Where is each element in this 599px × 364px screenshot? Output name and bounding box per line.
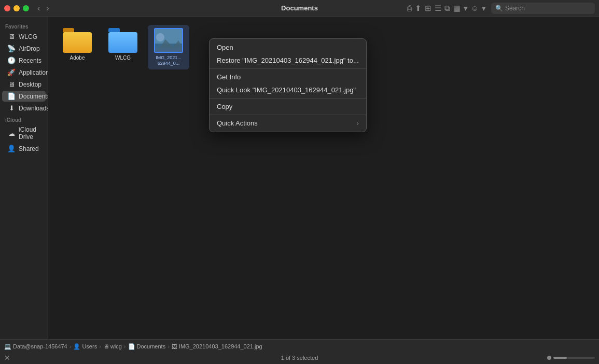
sidebar: Favorites 🖥 WLCG 📡 AirDrop 🕐 Recents 🚀 A…	[0, 17, 48, 339]
sidebar-item-desktop[interactable]: 🖥 Desktop	[2, 79, 46, 90]
sidebar-item-shared[interactable]: 👤 Shared	[2, 143, 46, 154]
status-text: 1 of 3 selected	[281, 355, 318, 361]
grid-view-icon[interactable]: ⊞	[425, 4, 431, 13]
wlcg-folder-icon	[108, 28, 137, 53]
breadcrumb-computer-label: Data@snap-1456474	[13, 343, 67, 349]
breadcrumb-computer[interactable]: 💻 Data@snap-1456474	[4, 343, 67, 350]
upload-icon[interactable]: ⬆	[415, 4, 422, 13]
search-input[interactable]	[505, 5, 588, 12]
main-container: Favorites 🖥 WLCG 📡 AirDrop 🕐 Recents 🚀 A…	[0, 17, 599, 339]
sidebar-item-downloads[interactable]: ⬇ Downloads	[2, 103, 46, 114]
sidebar-documents-label: Documents	[19, 93, 48, 100]
gallery-view-icon[interactable]: ▦	[453, 4, 461, 13]
breadcrumb-img[interactable]: 🖼 IMG_20210403_162944_021.jpg	[172, 343, 262, 349]
applications-icon: 🚀	[7, 68, 16, 76]
sidebar-applications-label: Applications	[19, 69, 48, 76]
airdrop-icon: 📡	[7, 45, 16, 52]
img-label: IMG_2021...62944_0...	[156, 55, 182, 66]
computer-icon: 💻	[4, 343, 11, 350]
separator-3	[210, 115, 366, 115]
menu-item-open[interactable]: Open	[210, 41, 366, 54]
breadcrumb-documents-label: Documents	[137, 343, 166, 349]
quick-actions-label: Quick Actions	[217, 119, 258, 127]
view-options-icon[interactable]: ▾	[464, 4, 468, 13]
docs-bc-icon: 📄	[128, 343, 135, 350]
separator-1	[210, 68, 366, 69]
menu-item-restore[interactable]: Restore "IMG_20210403_162944_021.jpg" to…	[210, 54, 366, 67]
sep-4: ›	[168, 343, 170, 349]
column-view-icon[interactable]: ⧉	[444, 4, 450, 13]
close-status-button[interactable]: ✕	[4, 354, 10, 362]
wlcg-icon: 🖥	[7, 33, 16, 40]
progress-fill	[553, 357, 567, 359]
shared-icon: 👤	[7, 145, 16, 152]
window-title: Documents	[281, 4, 318, 12]
breadcrumb-img-label: IMG_20210403_162944_021.jpg	[179, 343, 262, 349]
sep-2: ›	[99, 343, 101, 349]
svg-point-2	[156, 33, 164, 41]
menu-item-quick-look[interactable]: Quick Look "IMG_20210403_162944_021.jpg"	[210, 83, 366, 96]
back-button[interactable]: ‹	[35, 4, 42, 13]
sidebar-desktop-label: Desktop	[19, 81, 41, 88]
menu-item-get-info[interactable]: Get Info	[210, 71, 366, 83]
img-thumbnail	[154, 28, 183, 53]
titlebar: ‹ › Documents ⎙ ⬆ ⊞ ☰ ⧉ ▦ ▾ ☺ ▾ 🔍	[0, 0, 599, 17]
file-adobe[interactable]: Adobe	[57, 25, 98, 64]
search-icon: 🔍	[495, 5, 503, 12]
sep-3: ›	[124, 343, 126, 349]
sidebar-item-documents[interactable]: 📄 Documents	[2, 91, 46, 102]
submenu-arrow-icon: ›	[356, 119, 358, 127]
breadcrumb-wlcg[interactable]: 🖥 wlcg	[103, 343, 122, 349]
menu-item-copy[interactable]: Copy	[210, 100, 366, 113]
users-icon: 👤	[73, 343, 80, 350]
statusbar: 💻 Data@snap-1456474 › 👤 Users › 🖥 wlcg ›…	[0, 339, 599, 364]
breadcrumb-users[interactable]: 👤 Users	[73, 343, 97, 350]
quick-look-label: Quick Look "IMG_20210403_162944_021.jpg"	[217, 86, 356, 94]
sidebar-item-airdrop[interactable]: 📡 AirDrop	[2, 43, 46, 54]
sidebar-downloads-label: Downloads	[19, 105, 48, 112]
adobe-folder-icon	[63, 28, 92, 53]
nav-buttons: ‹ ›	[35, 4, 51, 13]
open-label: Open	[217, 44, 233, 51]
sidebar-item-applications[interactable]: 🚀 Applications	[2, 67, 46, 78]
icloud-label: iCloud	[0, 114, 48, 124]
progress-bar-area	[547, 356, 595, 360]
adobe-label: Adobe	[70, 55, 85, 61]
progress-dot	[547, 356, 551, 360]
sidebar-airdrop-label: AirDrop	[19, 45, 40, 52]
sidebar-shared-label: Shared	[19, 145, 39, 152]
breadcrumb-row: 💻 Data@snap-1456474 › 👤 Users › 🖥 wlcg ›…	[0, 343, 599, 350]
wlcg-label: WLCG	[115, 55, 131, 61]
toolbar-icons: ⎙ ⬆ ⊞ ☰ ⧉ ▦ ▾ ☺ ▾ 🔍	[407, 3, 595, 14]
close-button[interactable]	[4, 5, 10, 11]
sidebar-item-icloud-drive[interactable]: ☁ iCloud Drive	[2, 124, 46, 142]
emoji-icon[interactable]: ☺	[471, 4, 479, 12]
list-view-icon[interactable]: ☰	[435, 4, 441, 13]
minimize-button[interactable]	[13, 5, 20, 11]
wlcg-bc-icon: 🖥	[103, 343, 109, 349]
menu-item-quick-actions[interactable]: Quick Actions ›	[210, 117, 366, 130]
get-info-label: Get Info	[217, 73, 241, 81]
share-icon[interactable]: ⎙	[407, 4, 412, 12]
sidebar-wlcg-label: WLCG	[19, 33, 37, 40]
maximize-button[interactable]	[23, 5, 29, 11]
breadcrumb-wlcg-label: wlcg	[110, 343, 122, 349]
file-img[interactable]: IMG_2021...62944_0...	[148, 25, 189, 69]
emoji-down-icon[interactable]: ▾	[482, 4, 486, 13]
copy-label: Copy	[217, 103, 232, 110]
documents-icon: 📄	[7, 92, 16, 100]
status-row: ✕ 1 of 3 selected	[0, 355, 599, 361]
downloads-icon: ⬇	[7, 104, 16, 112]
breadcrumb-documents[interactable]: 📄 Documents	[128, 343, 166, 350]
img-bc-icon: 🖼	[172, 343, 177, 349]
sidebar-item-recents[interactable]: 🕐 Recents	[2, 55, 46, 66]
content-area[interactable]: Adobe WLCG	[48, 17, 599, 339]
sidebar-item-wlcg[interactable]: 🖥 WLCG	[2, 31, 46, 42]
desktop-icon: 🖥	[7, 80, 16, 88]
separator-2	[210, 98, 366, 99]
forward-button[interactable]: ›	[44, 4, 51, 13]
search-bar[interactable]: 🔍	[491, 3, 595, 14]
file-wlcg[interactable]: WLCG	[102, 25, 144, 64]
window-controls	[4, 5, 29, 11]
restore-label: Restore "IMG_20210403_162944_021.jpg" to…	[217, 57, 359, 64]
